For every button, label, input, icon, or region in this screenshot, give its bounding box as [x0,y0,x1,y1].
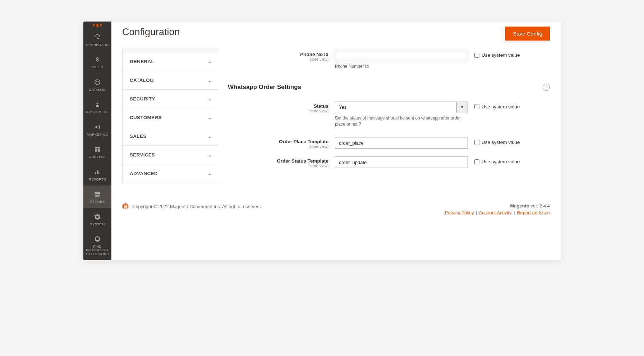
version-text: ver. 2.4.4 [529,203,550,209]
tab-customers[interactable]: CUSTOMERS⌄ [123,108,219,127]
checkbox-input[interactable] [474,53,479,58]
separator: | [514,210,515,215]
section-whatsapp-order-settings[interactable]: Whatsapp Order Settings ⌃ [228,84,550,91]
product-name: Magento [510,203,529,209]
checkbox-input[interactable] [474,104,479,109]
box-icon [84,78,111,86]
save-config-button[interactable]: Save Config [505,27,550,41]
checkbox-label: Use system value [482,140,520,145]
dollar-icon [84,55,111,64]
magento-logo-icon [83,24,111,29]
sidebar-item-sales[interactable]: SALES [83,51,111,73]
page-footer: Copyright © 2022 Magento Commerce Inc. A… [111,194,561,225]
form-area: Phone No Id [store view] Phone Number Id… [228,48,550,183]
field-scope: [store view] [228,57,328,61]
chevron-down-icon: ⌄ [208,115,212,120]
store-icon [84,190,111,198]
use-system-value-checkbox[interactable]: Use system value [474,102,550,109]
sidebar-item-system[interactable]: SYSTEM [83,208,111,230]
tab-label: SALES [130,134,147,139]
sidebar-item-dashboard[interactable]: DASHBOARD [83,29,111,51]
puzzle-icon [84,235,111,243]
nav-label: SALES [84,65,111,69]
tab-general[interactable]: GENERAL⌄ [123,52,219,71]
checkbox-label: Use system value [482,104,520,109]
order-status-template-input[interactable] [335,156,468,168]
field-scope: [store view] [228,164,328,168]
sidebar-item-marketing[interactable]: MARKETING [83,118,111,141]
bars-icon [84,168,111,176]
section-title-text: Whatsapp Order Settings [228,84,301,91]
version-line: Magento ver. 2.4.4 [445,203,550,209]
admin-sidebar: DASHBOARD SALES CATALOG CUSTOMERS MARKET… [83,22,111,260]
megaphone-icon [84,123,111,131]
sidebar-item-customers[interactable]: CUSTOMERS [83,96,111,118]
report-issue-link[interactable]: Report an Issue [517,210,550,215]
tab-security[interactable]: SECURITY⌄ [123,90,219,108]
footer-left: Copyright © 2022 Magento Commerce Inc. A… [122,203,261,210]
field-order-place-template: Order Place Template [store view] Use sy… [228,137,550,149]
nav-label: DASHBOARD [84,43,111,47]
footer-links: Privacy Policy | Account Activity | Repo… [445,210,550,215]
use-system-value-checkbox[interactable]: Use system value [474,156,550,164]
dashboard-icon [84,33,111,42]
chevron-down-icon: ⌄ [208,171,212,176]
nav-label: CATALOG [84,88,111,92]
checkbox-input[interactable] [474,140,479,145]
sidebar-item-catalog[interactable]: CATALOG [83,74,111,96]
field-label: Phone No Id [228,52,328,57]
phone-no-id-input[interactable] [335,50,468,61]
field-help: Phone Number Id [335,64,468,70]
field-label: Order Place Template [228,139,328,144]
sidebar-item-partners[interactable]: FIND PARTNERS & EXTENSIONS [83,230,111,260]
content-area: GENERAL⌄ CATALOG⌄ SECURITY⌄ CUSTOMERS⌄ S… [111,48,561,194]
nav-label: CUSTOMERS [84,110,111,114]
account-activity-link[interactable]: Account Activity [479,210,512,215]
checkbox-label: Use system value [482,52,520,58]
field-label: Status [228,103,328,109]
chevron-down-icon: ⌄ [208,78,212,83]
field-order-status-template: Order Status Template [store view] Use s… [228,156,550,168]
gear-icon [84,212,111,221]
tab-sales[interactable]: SALES⌄ [123,127,219,146]
order-place-template-input[interactable] [335,137,468,149]
chevron-down-icon[interactable]: ▼ [456,102,468,113]
tab-label: CUSTOMERS [130,115,162,120]
nav-label: CONTENT [84,155,111,159]
tab-advanced[interactable]: ADVANCED⌄ [123,164,219,183]
checkbox-input[interactable] [474,159,479,164]
use-system-value-checkbox[interactable]: Use system value [474,137,550,145]
separator: | [476,210,477,215]
nav-label: STORES [84,200,111,203]
copyright-text: Copyright © 2022 Magento Commerce Inc. A… [132,204,261,209]
tab-catalog[interactable]: CATALOG⌄ [123,71,219,90]
main-content: Configuration Save Config GENERAL⌄ CATAL… [111,22,561,260]
sidebar-item-content[interactable]: CONTENT [83,141,111,163]
nav-label: SYSTEM [84,222,111,226]
tab-services[interactable]: SERVICES⌄ [123,146,219,164]
config-tabs: GENERAL⌄ CATALOG⌄ SECURITY⌄ CUSTOMERS⌄ S… [122,48,219,183]
use-system-value-checkbox[interactable]: Use system value [474,50,550,58]
nav-label: MARKETING [84,133,111,136]
section-divider [228,77,550,77]
sidebar-item-stores[interactable]: STORES [83,186,111,208]
chevron-down-icon: ⌄ [208,152,212,158]
tab-label: GENERAL [130,59,154,64]
select-value: Yes [335,102,456,113]
field-phone-no-id: Phone No Id [store view] Phone Number Id… [228,50,550,70]
privacy-policy-link[interactable]: Privacy Policy [445,210,474,215]
page-header: Configuration Save Config [111,22,561,48]
layout-icon [84,145,111,154]
collapse-icon[interactable]: ⌃ [543,84,550,91]
nav-label: FIND PARTNERS & EXTENSIONS [84,245,111,256]
person-icon [84,100,111,109]
chevron-down-icon: ⌄ [208,59,212,64]
app-frame: DASHBOARD SALES CATALOG CUSTOMERS MARKET… [83,22,561,260]
tab-label: ADVANCED [130,171,158,176]
field-help: Set the status of message should be sent… [335,115,468,127]
magento-outline-icon [122,203,129,210]
sidebar-item-reports[interactable]: REPORTS [83,163,111,186]
chevron-down-icon: ⌄ [208,96,212,102]
page-title: Configuration [122,27,180,38]
status-select[interactable]: Yes ▼ [335,102,468,113]
